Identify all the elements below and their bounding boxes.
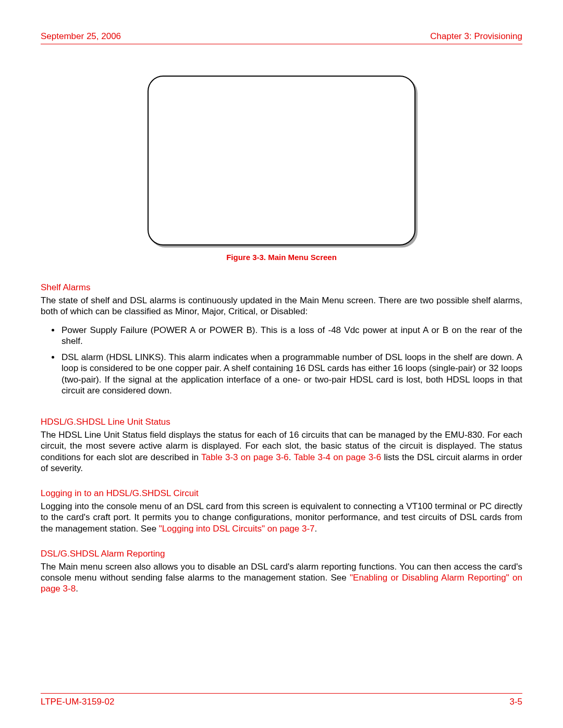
figure-placeholder	[148, 76, 415, 245]
document-page: September 25, 2006 Chapter 3: Provisioni…	[0, 0, 563, 728]
shelf-alarms-list: Power Supply Failure (POWER A or POWER B…	[41, 325, 522, 402]
link-logging-dsl-circuits[interactable]: "Logging into DSL Circuits" on page 3-7	[159, 524, 315, 534]
list-item: Power Supply Failure (POWER A or POWER B…	[60, 325, 522, 347]
heading-logging-in: Logging in to an HDSL/G.SHDSL Circuit	[41, 488, 522, 499]
heading-line-unit-status: HDSL/G.SHDSL Line Unit Status	[41, 417, 522, 427]
alarm-reporting-text: The Main menu screen also allows you to …	[41, 561, 522, 595]
figure-caption: Figure 3-3. Main Menu Screen	[226, 253, 337, 262]
link-table-3-4[interactable]: Table 3-4 on page 3-6	[293, 452, 381, 462]
heading-alarm-reporting: DSL/G.SHDSL Alarm Reporting	[41, 549, 522, 559]
footer-page-number: 3-5	[509, 697, 522, 707]
header-date: September 25, 2006	[41, 31, 121, 42]
footer-doc-id: LTPE-UM-3159-02	[41, 697, 114, 707]
link-table-3-3[interactable]: Table 3-3 on page 3-6	[201, 452, 289, 462]
text-span: .	[315, 524, 317, 534]
heading-shelf-alarms: Shelf Alarms	[41, 282, 522, 293]
shelf-alarms-intro: The state of shelf and DSL alarms is con…	[41, 295, 522, 317]
line-unit-status-text: The HDSL Line Unit Status field displays…	[41, 429, 522, 474]
figure-container: Figure 3-3. Main Menu Screen	[41, 76, 522, 262]
page-footer: LTPE-UM-3159-02 3-5	[41, 693, 522, 707]
list-item: DSL alarm (HDSL LINKS). This alarm indic…	[60, 352, 522, 396]
logging-in-text: Logging into the console menu of an DSL …	[41, 501, 522, 534]
text-span: .	[76, 584, 78, 594]
page-header: September 25, 2006 Chapter 3: Provisioni…	[41, 31, 522, 44]
header-chapter: Chapter 3: Provisioning	[430, 31, 522, 42]
